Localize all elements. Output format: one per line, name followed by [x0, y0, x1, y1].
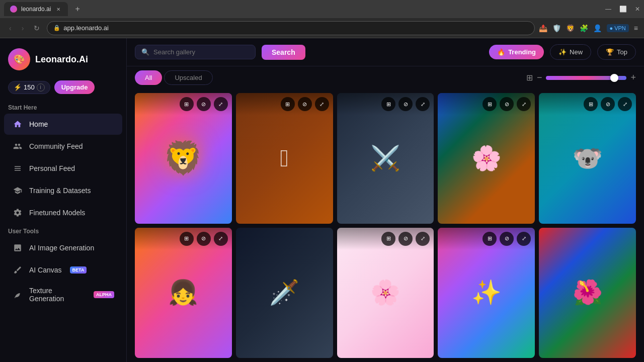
item-overlay-5: ⊞ ⊘ ⤢ — [539, 93, 636, 115]
credits-value: 150 — [24, 83, 35, 91]
no-btn-4[interactable]: ⊘ — [500, 97, 514, 111]
search-button[interactable]: Search — [262, 45, 305, 60]
expand-btn-7[interactable]: ⤢ — [315, 232, 329, 246]
no-btn-7[interactable]: ⊘ — [298, 232, 312, 246]
no-btn-5[interactable]: ⊘ — [601, 97, 615, 111]
remix-btn[interactable]: ⊞ — [180, 97, 194, 111]
gallery-item-floral-pattern[interactable] — [539, 228, 636, 358]
profile-icon[interactable]: 👤 — [593, 24, 602, 32]
expand-btn[interactable]: ⤢ — [214, 97, 228, 111]
address-bar[interactable]: 🔒 app.leonardo.ai — [47, 21, 534, 35]
gallery-item-warrior[interactable]: ⊞ ⊘ ⤢ — [337, 93, 434, 224]
credits-badge: ⚡ 150 i — [8, 81, 50, 94]
remix-btn-6[interactable]: ⊞ — [180, 232, 194, 246]
remix-btn-5[interactable]: ⊞ — [584, 97, 598, 111]
item-overlay-9: ⊞ ⊘ ⤢ — [438, 228, 535, 250]
share-icon[interactable]: 📤 — [539, 24, 547, 32]
remix-btn-4[interactable]: ⊞ — [482, 97, 497, 111]
top-bar: 🔍 Search 🔥 Trending ✨ New 🏆 Top — [127, 38, 644, 66]
lightning-icon: ⚡ — [14, 83, 22, 91]
personal-feed-label: Personal Feed — [29, 164, 75, 172]
sidebar-item-personal-feed[interactable]: Personal Feed — [4, 158, 122, 179]
tab-favicon — [10, 6, 17, 13]
info-icon[interactable]: i — [37, 83, 45, 92]
lock-icon: 🔒 — [53, 25, 60, 31]
no-btn-6[interactable]: ⊘ — [197, 232, 211, 246]
forward-btn[interactable]: › — [19, 23, 27, 33]
gallery-item-colorful-hair[interactable]: ⊞ ⊘ ⤢ — [438, 228, 535, 358]
grid-layout-icon[interactable]: ⊞ — [526, 73, 533, 82]
back-btn[interactable]: ‹ — [6, 23, 15, 33]
remix-btn-3[interactable]: ⊞ — [381, 97, 395, 111]
tab-close-btn[interactable]: ✕ — [55, 6, 62, 13]
zoom-plus-btn[interactable]: + — [630, 72, 636, 83]
top-button[interactable]: 🏆 Top — [597, 44, 636, 60]
gallery-item-anime-girl[interactable]: ⊞ ⊘ ⤢ — [135, 228, 232, 358]
start-here-label: Start Here — [0, 100, 126, 113]
shield-icon[interactable]: 🛡️ — [552, 24, 561, 32]
win-minimize[interactable]: — — [605, 6, 611, 13]
expand-btn-9[interactable]: ⤢ — [517, 232, 531, 246]
gallery-item-koala[interactable]: ⊞ ⊘ ⤢ — [539, 93, 636, 224]
sidebar-item-ai-image[interactable]: AI Image Generation — [4, 237, 122, 258]
win-maximize[interactable]: ⬜ — [619, 6, 627, 13]
sidebar-item-ai-canvas[interactable]: AI Canvas BETA — [4, 259, 122, 281]
expand-btn-6[interactable]: ⤢ — [214, 232, 228, 246]
no-btn-2[interactable]: ⊘ — [298, 97, 312, 111]
search-input[interactable] — [153, 48, 234, 56]
sidebar-item-community-feed[interactable]: Community Feed — [4, 136, 122, 157]
refresh-btn[interactable]: ↻ — [31, 23, 43, 33]
new-tab-button[interactable]: + — [72, 5, 83, 14]
new-button[interactable]: ✨ New — [550, 44, 591, 60]
gallery-item-dark-warrior[interactable]: ⊘ ⤢ — [236, 228, 333, 358]
remix-btn-9[interactable]: ⊞ — [482, 232, 497, 246]
gallery-item-hieroglyphics[interactable]: ⊞ ⊘ ⤢ — [236, 93, 333, 224]
vpn-badge[interactable]: ● VPN — [607, 24, 629, 32]
no-btn-9[interactable]: ⊘ — [500, 232, 514, 246]
zoom-minus-btn[interactable]: − — [537, 72, 542, 83]
gallery-item-flowers[interactable]: ⊞ ⊘ ⤢ — [438, 93, 535, 224]
trending-button[interactable]: 🔥 Trending — [489, 45, 544, 59]
upgrade-button[interactable]: Upgrade — [54, 80, 95, 94]
top-icon: 🏆 — [606, 48, 614, 56]
expand-btn-3[interactable]: ⤢ — [416, 97, 430, 111]
home-label: Home — [29, 120, 48, 128]
search-icon: 🔍 — [141, 48, 149, 56]
expand-btn-2[interactable]: ⤢ — [315, 97, 329, 111]
no-btn-3[interactable]: ⊘ — [398, 97, 413, 111]
sidebar-item-training[interactable]: Training & Datasets — [4, 180, 122, 201]
user-tools-label: User Tools — [0, 224, 126, 237]
menu-icon[interactable]: ≡ — [634, 24, 638, 32]
remix-btn-2[interactable]: ⊞ — [281, 97, 295, 111]
item-overlay-2: ⊞ ⊘ ⤢ — [236, 93, 333, 115]
extensions-icon[interactable]: 🧩 — [580, 24, 588, 32]
tab-all[interactable]: All — [135, 70, 162, 85]
sidebar-item-texture-generation[interactable]: Texture Generation ALPHA — [4, 282, 122, 308]
expand-btn-4[interactable]: ⤢ — [517, 97, 531, 111]
new-icon: ✨ — [558, 48, 567, 56]
browser-tab[interactable]: leonardo.ai ✕ — [4, 2, 68, 16]
floral-pattern-image — [539, 228, 636, 358]
win-close[interactable]: ✕ — [635, 6, 640, 13]
tab-upscaled[interactable]: Upscaled — [164, 70, 212, 85]
sidebar-item-home[interactable]: Home — [4, 114, 122, 135]
gallery-item-lion[interactable]: ⊞ ⊘ ⤢ — [135, 93, 232, 224]
brave-icon[interactable]: 🦁 — [566, 24, 575, 32]
remix-btn-8[interactable]: ⊞ — [381, 232, 395, 246]
main-content: 🔍 Search 🔥 Trending ✨ New 🏆 Top All Ups — [127, 38, 644, 362]
expand-btn-8[interactable]: ⤢ — [416, 232, 430, 246]
filter-tabs: All Upscaled — [135, 70, 213, 85]
item-overlay: ⊞ ⊘ ⤢ — [135, 93, 232, 115]
texture-label: Texture Generation — [29, 287, 86, 303]
expand-btn-5[interactable]: ⤢ — [618, 97, 632, 111]
no-btn-8[interactable]: ⊘ — [398, 232, 413, 246]
no-btn[interactable]: ⊘ — [197, 97, 211, 111]
zoom-thumb[interactable] — [610, 74, 618, 82]
item-overlay-3: ⊞ ⊘ ⤢ — [337, 93, 434, 115]
zoom-slider[interactable] — [546, 76, 626, 80]
sidebar: 🎨 Leonardo.Ai ⚡ 150 i Upgrade Start Here… — [0, 38, 127, 362]
gallery-item-pink-hair[interactable]: ⊞ ⊘ ⤢ — [337, 228, 434, 358]
ai-image-icon — [12, 242, 23, 253]
ai-canvas-icon — [12, 264, 23, 276]
sidebar-item-finetuned[interactable]: Finetuned Models — [4, 202, 122, 223]
